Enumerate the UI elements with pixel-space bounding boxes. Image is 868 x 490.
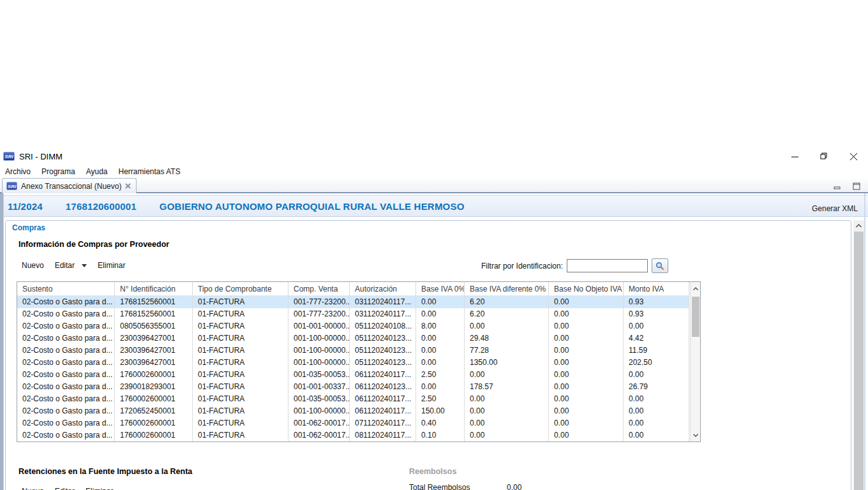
window-title: SRI - DIMM (19, 152, 63, 161)
table-cell: 0.00 (465, 417, 549, 429)
table-cell: 0.00 (549, 369, 624, 381)
table-cell: 26.79 (624, 381, 689, 393)
table-row[interactable]: 02-Costo o Gasto para d...17206524500010… (17, 405, 700, 417)
period-label: 11/2024 (8, 201, 43, 212)
declaration-header: 11/2024 1768120600001 GOBIERNO AUTONOMO … (0, 195, 868, 217)
scroll-up-icon[interactable] (853, 220, 864, 231)
title-bar: SRi SRI - DIMM (0, 148, 868, 165)
app-window: SRi SRI - DIMM (0, 148, 868, 490)
editar-button[interactable]: Editar (55, 261, 75, 270)
table-cell: 0.00 (549, 296, 624, 308)
editar-dropdown-icon[interactable] (82, 264, 87, 267)
tab-anexo-transaccional[interactable]: SRi Anexo Transaccional (Nuevo) (2, 178, 137, 193)
table-cell: 001-035-00053... (288, 393, 350, 405)
window-left-edge (0, 193, 4, 490)
column-header[interactable]: Autorización (350, 282, 416, 296)
table-cell: 02-Costo o Gasto para d... (17, 393, 115, 405)
table-row[interactable]: 02-Costo o Gasto para d...17600026000010… (17, 393, 700, 405)
table-scrollbar[interactable] (690, 282, 700, 442)
column-header[interactable]: N° Identificación (115, 282, 193, 296)
app-logo-icon: SRi (3, 152, 15, 161)
table-body: 02-Costo o Gasto para d...17681525600010… (17, 296, 700, 442)
total-reembolsos: Total Reembolsos 0.00 (409, 483, 470, 490)
column-header[interactable]: Comp. Venta (288, 282, 350, 296)
minimize-button[interactable] (780, 148, 809, 165)
retenciones-toolbar: Nuevo Editar Eliminar (22, 487, 113, 490)
main-scrollbar[interactable] (853, 220, 864, 490)
minimize-icon (791, 153, 798, 160)
table-cell: 1760002600001 (115, 369, 193, 381)
column-header[interactable]: Tipo de Comprobante (193, 282, 288, 296)
menu-item-ayuda[interactable]: Ayuda (86, 167, 108, 176)
table-row[interactable]: 02-Costo o Gasto para d...23003964270010… (17, 345, 700, 357)
table-cell: 1350.00 (465, 357, 549, 369)
table-scrollbar-thumb[interactable] (692, 297, 700, 337)
table-cell: 01-FACTURA (193, 345, 288, 357)
table-cell: 02-Costo o Gasto para d... (17, 381, 115, 393)
view-minimize-icon[interactable] (834, 181, 841, 193)
table-cell: 01-FACTURA (193, 429, 288, 442)
main-scrollbar-thumb[interactable] (854, 232, 864, 490)
table-cell: 11.59 (624, 345, 689, 357)
table-cell: 0.93 (624, 296, 689, 308)
retenciones-nuevo-button[interactable]: Nuevo (22, 487, 44, 490)
table-cell: 2300396427001 (115, 332, 193, 345)
menu-item-herramientas-ats[interactable]: Herramientas ATS (119, 167, 181, 176)
table-cell: 2300396427001 (115, 357, 193, 369)
nuevo-button[interactable]: Nuevo (22, 261, 44, 270)
tab-close-icon[interactable] (125, 183, 131, 189)
restore-icon (820, 152, 828, 160)
column-header[interactable]: Base IVA diferente 0% (465, 282, 549, 296)
table-scroll-up-icon[interactable] (691, 284, 701, 293)
table-cell: 0.00 (465, 429, 549, 442)
table-row[interactable]: 02-Costo o Gasto para d...17681525600010… (17, 308, 700, 320)
search-button[interactable] (652, 258, 668, 273)
table-cell: 29.48 (465, 332, 549, 345)
column-header[interactable]: Base IVA 0% (416, 282, 465, 296)
table-cell: 0.00 (624, 320, 689, 332)
eliminar-button[interactable]: Eliminar (98, 261, 125, 270)
table-cell: 1720652450001 (115, 405, 193, 417)
compras-toolbar: Nuevo Editar Eliminar (22, 261, 125, 270)
table-cell: 1760002600001 (115, 393, 193, 405)
table-row[interactable]: 02-Costo o Gasto para d...23003964270010… (17, 357, 700, 369)
table-cell: 0805056355001 (115, 320, 193, 332)
table-cell: 1768152560001 (115, 308, 193, 320)
table-row[interactable]: 02-Costo o Gasto para d...23003964270010… (17, 332, 700, 345)
table-cell: 1760002600001 (115, 417, 193, 429)
table-cell: 0.00 (465, 369, 549, 381)
table-row[interactable]: 02-Costo o Gasto para d...17600026000010… (17, 429, 700, 442)
table-scroll-down-icon[interactable] (691, 431, 701, 440)
table-cell: 202.50 (624, 357, 689, 369)
table-row[interactable]: 02-Costo o Gasto para d...17600026000010… (17, 369, 700, 381)
table-cell: 2.50 (416, 393, 465, 405)
table-cell: 02-Costo o Gasto para d... (17, 357, 115, 369)
restore-button[interactable] (809, 148, 839, 165)
table-row[interactable]: 02-Costo o Gasto para d...17600026000010… (17, 417, 700, 429)
window-controls (780, 148, 868, 165)
close-button[interactable] (839, 148, 868, 165)
table-cell: 0.93 (624, 308, 689, 320)
generar-xml-button[interactable]: Generar XML (812, 204, 858, 213)
view-maximize-icon[interactable] (853, 181, 860, 193)
table-row[interactable]: 02-Costo o Gasto para d...23900182930010… (17, 381, 700, 393)
table-row[interactable]: 02-Costo o Gasto para d...17681525600010… (17, 296, 700, 308)
column-header[interactable]: Monto IVA (624, 282, 689, 296)
column-header[interactable]: Base No Objeto IVA (549, 282, 624, 296)
table-cell: 001-100-00000... (288, 345, 350, 357)
table-row[interactable]: 02-Costo o Gasto para d...08050563550010… (17, 320, 700, 332)
filter-area: Filtrar por Identificacion: (481, 258, 668, 273)
view-controls (834, 181, 860, 193)
table-cell: 0.00 (549, 381, 624, 393)
filter-input[interactable] (567, 259, 648, 272)
retenciones-eliminar-button[interactable]: Eliminar (86, 487, 113, 490)
table-cell: 6.20 (465, 296, 549, 308)
column-header[interactable]: Sustento (17, 282, 115, 296)
table-cell: 0.00 (624, 429, 689, 442)
menu-item-archivo[interactable]: Archivo (5, 167, 31, 176)
retenciones-editar-button[interactable]: Editar (55, 487, 75, 490)
menu-item-programa[interactable]: Programa (41, 167, 75, 176)
table-cell: 0.00 (549, 393, 624, 405)
table-cell: 001-001-00000... (288, 320, 350, 332)
table-cell: 02-Costo o Gasto para d... (17, 345, 115, 357)
